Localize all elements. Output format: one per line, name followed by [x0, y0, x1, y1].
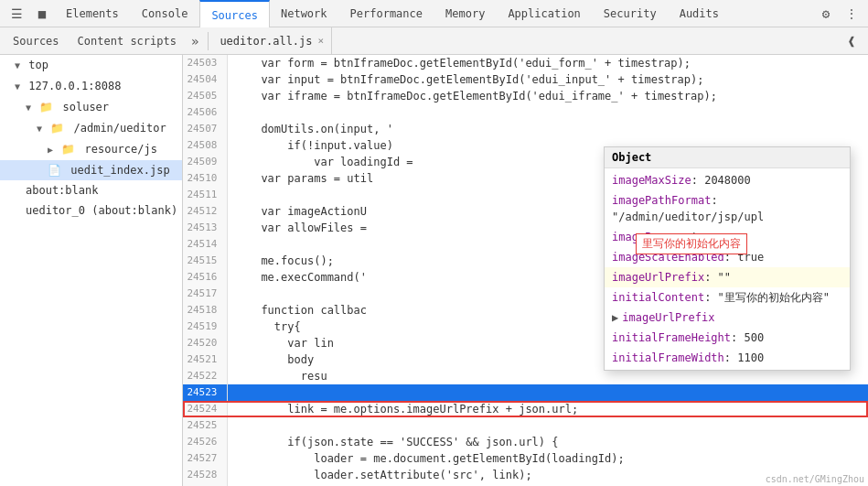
line-number: 24528 [183, 467, 227, 483]
prop-val: : "" [704, 271, 731, 284]
tab-performance[interactable]: Performance [339, 0, 434, 27]
table-row: 24527 loader = me.document.getElementByI… [183, 450, 868, 467]
sidebar-item-label: about:blank [26, 184, 98, 197]
line-code: var iframe = btnIframeDoc.getElementById… [227, 88, 868, 104]
more-options-icon[interactable]: ⋮ [839, 1, 864, 27]
line-number: 24516 [183, 269, 227, 286]
line-number: 24504 [183, 71, 227, 88]
line-code: loader = me.document.getElementById(load… [227, 450, 868, 467]
prop-val: : 1100 [724, 351, 764, 364]
arrow-icon: ▼ [15, 81, 20, 92]
settings-icon[interactable]: ⚙ [813, 1, 839, 27]
line-number: 24520 [183, 335, 227, 351]
line-number: 24510 [183, 170, 227, 187]
folder-icon: 📁 [39, 101, 53, 113]
sidebar-item-label: /admin/ueditor [74, 122, 166, 135]
tab-content-scripts[interactable]: Content scripts [69, 27, 186, 55]
sidebar-item-about-blank[interactable]: about:blank [0, 180, 182, 200]
tooltip-row-item[interactable]: initialFrameHeight: 500 [605, 328, 850, 348]
arrow-icon: ▼ [15, 60, 20, 70]
line-number: 24525 [183, 417, 227, 434]
line-code: link = me.options.imageUrlPrefix + json.… [227, 401, 868, 417]
tooltip-row-item[interactable]: imageUrlPrefix: "" [605, 267, 850, 287]
sidebar-item-localhost[interactable]: ▼ 127.0.0.1:8088 [0, 76, 182, 97]
line-number: 24515 [183, 253, 227, 269]
tooltip-header: Object [605, 147, 850, 168]
file-icon: 📄 [48, 164, 61, 177]
tooltip-row-item[interactable]: initialFrameWidth: 1100 [605, 348, 850, 368]
sidebar-item-uedit-index[interactable]: 📄 uedit_index.jsp [0, 160, 182, 180]
sidebar-item-soluser[interactable]: ▼ 📁 soluser [0, 97, 182, 118]
table-row: 24503 var form = btnIframeDoc.getElement… [183, 55, 868, 71]
prop-key: imageMaxSize [612, 174, 691, 187]
line-number: 24527 [183, 450, 227, 467]
line-number: 24517 [183, 286, 227, 302]
tooltip-row-item[interactable]: initialStyle: "" [605, 368, 850, 370]
tab-network[interactable]: Network [270, 0, 339, 27]
sidebar-item-label: soluser [63, 101, 110, 113]
line-number: 24508 [183, 137, 227, 154]
tab-memory[interactable]: Memory [434, 0, 497, 27]
line-number: 24522 [183, 368, 227, 384]
chinese-note: 里写你的初始化内容 [636, 233, 747, 254]
line-number: 24503 [183, 55, 227, 71]
sidebar-item-admin-ueditor[interactable]: ▼ 📁 /admin/ueditor [0, 118, 182, 139]
tab-console[interactable]: Console [131, 0, 200, 27]
tooltip-row-item[interactable]: initialContent: "里写你的初始化内容" [605, 287, 850, 308]
watermark: csdn.net/GMingZhou [766, 474, 864, 484]
tab-security[interactable]: Security [593, 0, 669, 27]
secondary-bar: Sources Content scripts » ueditor.all.js… [0, 27, 868, 55]
prop-val: : "里写你的初始化内容" [704, 291, 830, 304]
prop-key: imagePathFormat [612, 194, 711, 207]
tab-application[interactable]: Application [497, 0, 592, 27]
tab-sources[interactable]: Sources [199, 0, 270, 27]
tooltip-row-item[interactable]: imagePathFormat: "/admin/ueditor/jsp/upl [605, 190, 850, 227]
prop-key: imageUrlPrefix [612, 271, 704, 284]
devtools-menu-icon[interactable]: ☰ [4, 1, 29, 27]
expand-arrow-icon: ▶ [612, 311, 618, 324]
tab-sources-secondary[interactable]: Sources [4, 27, 69, 55]
sidebar: ▼ top ▼ 127.0.0.1:8088 ▼ 📁 soluser ▼ 📁 /… [0, 55, 183, 486]
sidebar-item-ueditor0[interactable]: ueditor_0 (about:blank) [0, 200, 182, 221]
line-number: 24523 [183, 384, 227, 401]
file-tab-ueditor[interactable]: ueditor.all.js × [212, 27, 332, 55]
expand-icon[interactable]: ❰ [839, 28, 864, 54]
table-row: 24506 [183, 104, 868, 121]
tooltip-content[interactable]: imageMaxSize: 2048000imagePathFormat: "/… [605, 168, 850, 370]
line-number: 24512 [183, 203, 227, 220]
table-row: 24523 [183, 384, 868, 401]
sidebar-item-label: top [28, 59, 48, 71]
line-number: 24518 [183, 302, 227, 319]
inspect-icon[interactable]: ■ [29, 1, 55, 27]
sidebar-item-resource-js[interactable]: ▶ 📁 resource/js [0, 139, 182, 160]
main-area: ▼ top ▼ 127.0.0.1:8088 ▼ 📁 soluser ▼ 📁 /… [0, 55, 868, 486]
line-code [227, 384, 868, 401]
prop-val: : 500 [731, 331, 764, 344]
folder-icon: 📁 [61, 143, 75, 156]
tab-audits[interactable]: Audits [669, 0, 731, 27]
table-row: 24505 var iframe = btnIframeDoc.getEleme… [183, 88, 868, 104]
prop-key: imageUrlPrefix [622, 311, 714, 324]
tab-elements[interactable]: Elements [55, 0, 131, 27]
file-tab-name: ueditor.all.js [220, 35, 312, 48]
code-area[interactable]: 24503 var form = btnIframeDoc.getElement… [183, 55, 868, 486]
prop-val: : 2048000 [691, 174, 751, 187]
line-number: 24507 [183, 121, 227, 137]
sidebar-item-top[interactable]: ▼ top [0, 55, 182, 76]
arrow-icon: ▶ [48, 145, 53, 155]
line-number: 24521 [183, 351, 227, 368]
tooltip-row-item[interactable]: ▶imageUrlPrefix [605, 308, 850, 328]
line-number: 24506 [183, 104, 227, 121]
sidebar-item-label: uedit_index.jsp [70, 164, 169, 177]
line-code [227, 104, 868, 121]
devtools-tabbar: ☰ ■ Elements Console Sources Network Per… [0, 0, 868, 27]
line-number: 24513 [183, 220, 227, 236]
arrow-icon: ▼ [37, 124, 42, 134]
table-row: 24507 domUtils.on(input, ' [183, 121, 868, 137]
file-tab-close[interactable]: × [318, 35, 325, 47]
line-number: 24509 [183, 154, 227, 170]
more-tabs-btn[interactable]: » [186, 34, 204, 49]
sidebar-item-label: resource/js [85, 143, 157, 156]
tooltip-row-item[interactable]: imageMaxSize: 2048000 [605, 170, 850, 190]
line-code: domUtils.on(input, ' [227, 121, 868, 137]
